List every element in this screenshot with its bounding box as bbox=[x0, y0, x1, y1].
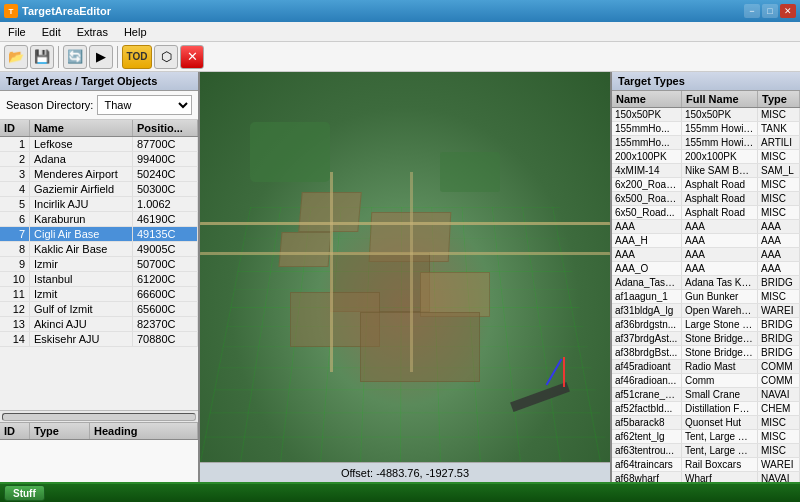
rt-row[interactable]: AAA AAA AAA bbox=[612, 248, 800, 262]
menu-item-help[interactable]: Help bbox=[116, 22, 155, 41]
rt-row[interactable]: af46radioan... Comm COMM bbox=[612, 374, 800, 388]
cell-name: Incirlik AJU bbox=[30, 197, 133, 211]
hex-button[interactable]: ⬡ bbox=[154, 45, 178, 69]
run-button[interactable]: ▶ bbox=[89, 45, 113, 69]
rt-row[interactable]: af52factbld... Distillation Facil... CHE… bbox=[612, 402, 800, 416]
bottom-col-type[interactable]: Type bbox=[30, 423, 90, 439]
menu-item-edit[interactable]: Edit bbox=[34, 22, 69, 41]
rt-row[interactable]: 155mmHo... 155mm Howitzer TANK bbox=[612, 122, 800, 136]
table-row[interactable]: 11 Izmit 66600C bbox=[0, 287, 198, 302]
rt-cell-name: af46radioan... bbox=[612, 374, 682, 387]
rt-cell-fullname: Asphalt Road bbox=[682, 192, 758, 205]
open-button[interactable]: 📂 bbox=[4, 45, 28, 69]
rt-row[interactable]: af36brdgstn... Large Stone Bri... BRIDG bbox=[612, 318, 800, 332]
rt-cell-type: MISC bbox=[758, 192, 800, 205]
rt-row[interactable]: af38brdgBst... Stone Bridge Sp... BRIDG bbox=[612, 346, 800, 360]
rt-cell-type: TANK bbox=[758, 122, 800, 135]
tod-button[interactable]: TOD bbox=[122, 45, 152, 69]
rt-row[interactable]: 6x200_Road... Asphalt Road MISC bbox=[612, 178, 800, 192]
menu-item-extras[interactable]: Extras bbox=[69, 22, 116, 41]
table-row[interactable]: 7 Cigli Air Base 49135C bbox=[0, 227, 198, 242]
rt-row[interactable]: Adana_Task... Adana Tas Kopru BRIDG bbox=[612, 276, 800, 290]
table-row[interactable]: 9 Izmir 50700C bbox=[0, 257, 198, 272]
rt-cell-fullname: AAA bbox=[682, 248, 758, 261]
rt-cell-fullname: Rail Boxcars bbox=[682, 458, 758, 471]
col-position[interactable]: Positio... bbox=[133, 120, 198, 136]
rt-row[interactable]: af31bldgA_lg Open Warehouse WAREI bbox=[612, 304, 800, 318]
rt-row[interactable]: af68wharf Wharf NAVAI bbox=[612, 472, 800, 482]
table-row[interactable]: 1 Lefkose 87700C bbox=[0, 137, 198, 152]
col-name[interactable]: Name bbox=[30, 120, 133, 136]
taskbar: Stuff bbox=[0, 482, 800, 502]
rt-cell-type: BRIDG bbox=[758, 276, 800, 289]
table-row[interactable]: 5 Incirlik AJU 1.0062 bbox=[0, 197, 198, 212]
table-row[interactable]: 6 Karaburun 46190C bbox=[0, 212, 198, 227]
start-button[interactable]: Stuff bbox=[4, 485, 45, 501]
rt-row[interactable]: af64traincars Rail Boxcars WAREI bbox=[612, 458, 800, 472]
rt-row[interactable]: af5barack8 Quonset Hut MISC bbox=[612, 416, 800, 430]
right-col-name[interactable]: Name bbox=[612, 91, 682, 107]
map-area[interactable] bbox=[200, 72, 610, 462]
menu-bar: FileEditExtrasHelp bbox=[0, 22, 800, 42]
rt-cell-type: CHEM bbox=[758, 402, 800, 415]
rt-cell-fullname: Nike SAM Battery bbox=[682, 164, 758, 177]
table-row[interactable]: 4 Gaziemir Airfield 50300C bbox=[0, 182, 198, 197]
season-select[interactable]: Thaw Summer Winter bbox=[97, 95, 192, 115]
rt-row[interactable]: 4xMIM-14 Nike SAM Battery SAM_L bbox=[612, 164, 800, 178]
rt-row[interactable]: af45radioant Radio Mast COMM bbox=[612, 360, 800, 374]
rt-row[interactable]: 200x100PK 200x100PK MISC bbox=[612, 150, 800, 164]
rt-cell-type: AAA bbox=[758, 248, 800, 261]
rt-row[interactable]: AAA AAA AAA bbox=[612, 220, 800, 234]
rt-row[interactable]: 6x50_Road... Asphalt Road MISC bbox=[612, 206, 800, 220]
table-row[interactable]: 12 Gulf of Izmit 65600C bbox=[0, 302, 198, 317]
toolbar-separator-2 bbox=[117, 46, 118, 68]
rt-row[interactable]: af51crane_sm Small Crane NAVAI bbox=[612, 388, 800, 402]
refresh-button[interactable]: 🔄 bbox=[63, 45, 87, 69]
rt-row[interactable]: af63tentrou... Tent, Large Rou... MISC bbox=[612, 444, 800, 458]
rt-row[interactable]: AAA_H AAA AAA bbox=[612, 234, 800, 248]
rt-cell-fullname: Adana Tas Kopru bbox=[682, 276, 758, 289]
table-row[interactable]: 14 Eskisehr AJU 70880C bbox=[0, 332, 198, 347]
rt-cell-name: 6x50_Road... bbox=[612, 206, 682, 219]
rt-row[interactable]: AAA_O AAA AAA bbox=[612, 262, 800, 276]
rt-cell-type: AAA bbox=[758, 220, 800, 233]
bottom-col-heading[interactable]: Heading bbox=[90, 423, 198, 439]
table-row[interactable]: 10 Istanbul 61200C bbox=[0, 272, 198, 287]
cell-id: 2 bbox=[0, 152, 30, 166]
status-bar: Offset: -4883.76, -1927.53 bbox=[200, 462, 610, 482]
rt-row[interactable]: af37brdgAst... Stone Bridge Ra... BRIDG bbox=[612, 332, 800, 346]
cell-position: 65600C bbox=[133, 302, 198, 316]
scrollbar-area[interactable] bbox=[0, 410, 198, 422]
maximize-button[interactable]: □ bbox=[762, 4, 778, 18]
rt-row[interactable]: af1aagun_1 Gun Bunker MISC bbox=[612, 290, 800, 304]
scrollbar-track[interactable] bbox=[2, 413, 196, 421]
right-col-fullname[interactable]: Full Name bbox=[682, 91, 758, 107]
minimize-button[interactable]: − bbox=[744, 4, 760, 18]
col-id[interactable]: ID bbox=[0, 120, 30, 136]
rt-row[interactable]: 155mmHo... 155mm Howitzer ARTILI bbox=[612, 136, 800, 150]
stop-button[interactable]: ✕ bbox=[180, 45, 204, 69]
window-title: TargetAreaEditor bbox=[22, 5, 111, 17]
table-row[interactable]: 13 Akinci AJU 82370C bbox=[0, 317, 198, 332]
cell-position: 50700C bbox=[133, 257, 198, 271]
table-row[interactable]: 3 Menderes Airport 50240C bbox=[0, 167, 198, 182]
cell-position: 99400C bbox=[133, 152, 198, 166]
table-row[interactable]: 2 Adana 99400C bbox=[0, 152, 198, 167]
rt-row[interactable]: 150x50PK 150x50PK MISC bbox=[612, 108, 800, 122]
table-header: ID Name Positio... bbox=[0, 120, 198, 137]
rt-cell-name: 200x100PK bbox=[612, 150, 682, 163]
cell-name: Karaburun bbox=[30, 212, 133, 226]
menu-item-file[interactable]: File bbox=[0, 22, 34, 41]
close-button[interactable]: ✕ bbox=[780, 4, 796, 18]
bottom-col-id[interactable]: ID bbox=[0, 423, 30, 439]
rt-cell-type: MISC bbox=[758, 444, 800, 457]
table-row[interactable]: 8 Kaklic Air Base 49005C bbox=[0, 242, 198, 257]
rt-cell-type: WAREI bbox=[758, 304, 800, 317]
rt-row[interactable]: af62tent_lg Tent, Large Squa... MISC bbox=[612, 430, 800, 444]
rt-cell-name: af62tent_lg bbox=[612, 430, 682, 443]
right-col-type[interactable]: Type bbox=[758, 91, 800, 107]
cell-position: 46190C bbox=[133, 212, 198, 226]
cell-id: 4 bbox=[0, 182, 30, 196]
rt-row[interactable]: 6x500_Road... Asphalt Road MISC bbox=[612, 192, 800, 206]
save-button[interactable]: 💾 bbox=[30, 45, 54, 69]
